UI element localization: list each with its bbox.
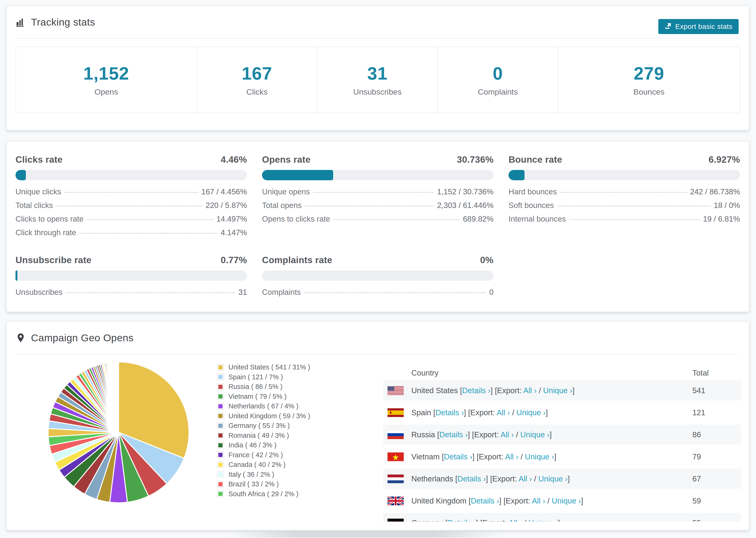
summary-label: Clicks [246, 87, 268, 96]
export-unique-link[interactable]: Unique › [520, 430, 550, 439]
country-total: 67 [692, 474, 741, 483]
rate-detail-label: Opens to clicks rate [262, 215, 330, 224]
rate-value: 0.77% [221, 255, 247, 265]
rate-detail-value: 31 [238, 288, 247, 297]
details-link[interactable]: Details › [458, 474, 486, 483]
rate-panel: Bounce rate 6.927% Hard bounces 242 / 86… [509, 154, 740, 242]
rate-detail-label: Internal bounces [509, 215, 566, 224]
details-link[interactable]: Details › [471, 497, 499, 505]
pie-slice [118, 362, 119, 432]
export-all-link[interactable]: All › [501, 430, 514, 439]
legend-label: India ( 46 / 3% ) [229, 441, 277, 449]
location-pin-icon [16, 333, 26, 343]
rate-title: Bounce rate [509, 154, 562, 165]
export-all-link[interactable]: All › [532, 497, 545, 505]
country-flag-icon [387, 497, 404, 506]
summary-cell: 279 Bounces [558, 47, 739, 113]
rate-detail-value: 242 / 86.738% [690, 187, 740, 196]
rate-detail-row: Opens to clicks rate 689.82% [262, 215, 494, 228]
rate-title: Clicks rate [16, 154, 63, 165]
rate-title: Unsubscribe rate [16, 255, 91, 265]
export-basic-stats-button[interactable]: Export basic stats [658, 19, 739, 34]
geo-divider [16, 354, 740, 354]
export-icon [665, 22, 672, 31]
progress-bar [509, 170, 740, 180]
country-total: 541 [692, 386, 741, 395]
geo-opens-pie-chart [46, 360, 191, 505]
export-unique-link[interactable]: Unique › [525, 452, 554, 461]
rate-detail-label: Clicks to opens rate [16, 215, 83, 224]
legend-swatch-icon [217, 432, 224, 439]
table-row: United States [Details ›] [Export: All ›… [383, 381, 741, 401]
rate-detail-row: Soft bounces 18 / 0% [509, 201, 740, 215]
legend-label: Russia ( 86 / 5% ) [229, 383, 283, 391]
summary-label: Bounces [633, 87, 665, 96]
export-unique-link[interactable]: Unique › [528, 518, 558, 522]
export-all-link[interactable]: All › [519, 474, 532, 483]
rates-card: Clicks rate 4.46% Unique clicks 167 / 4.… [6, 141, 749, 312]
country-total: 59 [692, 497, 741, 506]
export-all-link[interactable]: All › [497, 408, 510, 417]
summary-value: 31 [367, 63, 388, 83]
summary-stats-row: 1,152 Opens 167 Clicks 31 Unsubscribes 0… [16, 46, 740, 113]
legend-item: France ( 42 / 2% ) [217, 450, 310, 460]
export-unique-link[interactable]: Unique › [543, 386, 572, 395]
country-total: 55 [692, 518, 741, 522]
dotted-leader [305, 206, 434, 206]
legend-swatch-icon [217, 442, 224, 449]
rate-title: Opens rate [262, 154, 311, 165]
rate-value: 4.46% [221, 154, 247, 165]
export-all-link[interactable]: All › [523, 386, 537, 395]
rate-value: 30.736% [457, 154, 494, 165]
details-link[interactable]: Details › [448, 518, 476, 522]
dotted-leader [66, 293, 235, 293]
details-link[interactable]: Details › [462, 386, 490, 395]
rate-detail-row: Complaints 0 [262, 288, 494, 301]
summary-value: 167 [242, 63, 272, 83]
dotted-leader [80, 233, 217, 234]
summary-value: 279 [634, 63, 664, 83]
export-all-link[interactable]: All › [509, 518, 522, 522]
rate-value: 0% [480, 255, 494, 265]
details-link[interactable]: Details › [439, 430, 468, 439]
export-all-link[interactable]: All › [505, 452, 518, 461]
country-flag-icon [387, 518, 404, 522]
country-total: 79 [692, 452, 741, 461]
dotted-leader [333, 219, 460, 220]
geo-header: Campaign Geo Opens [7, 322, 749, 354]
legend-swatch-icon [217, 413, 224, 419]
rate-detail-value: 19 / 6.81% [703, 215, 740, 224]
legend-item: United States ( 541 / 31% ) [217, 362, 310, 372]
rate-detail-row: Internal bounces 19 / 6.81% [509, 215, 740, 228]
legend-swatch-icon [217, 403, 224, 409]
rate-detail-value: 2,303 / 61.446% [437, 201, 494, 210]
rate-detail-value: 1,152 / 30.736% [437, 187, 494, 196]
country-flag-icon [387, 386, 404, 395]
pie-legend: United States ( 541 / 31% ) Spain ( 121 … [217, 362, 310, 499]
summary-label: Opens [94, 87, 118, 96]
country-name: United States [411, 386, 458, 395]
table-row: Netherlands [Details ›] [Export: All › /… [383, 469, 741, 489]
rate-panel: Unsubscribe rate 0.77% Unsubscribes 31 [16, 255, 247, 301]
summary-cell: 1,152 Opens [16, 47, 197, 113]
geo-table-body: United States [Details ›] [Export: All ›… [383, 381, 741, 521]
below-fold-element-edge [229, 530, 501, 538]
summary-label: Unsubscribes [353, 87, 402, 96]
legend-label: Romania ( 49 / 3% ) [229, 432, 289, 439]
summary-cell: 0 Complaints [438, 47, 558, 113]
legend-item: Germany ( 55 / 3% ) [217, 421, 310, 431]
rate-detail-label: Hard bounces [509, 187, 557, 196]
export-unique-link[interactable]: Unique › [538, 474, 568, 483]
legend-label: Vietnam ( 79 / 5% ) [229, 393, 287, 401]
export-unique-link[interactable]: Unique › [516, 408, 546, 417]
rate-detail-row: Click through rate 4.147% [16, 228, 247, 242]
details-link[interactable]: Details › [436, 408, 464, 417]
summary-cell: 167 Clicks [197, 47, 317, 113]
table-row: Russia [Details ›] [Export: All › / Uniq… [383, 425, 741, 445]
export-unique-link[interactable]: Unique › [552, 497, 581, 505]
legend-item: Netherlands ( 67 / 4% ) [217, 402, 310, 411]
details-link[interactable]: Details › [444, 452, 472, 461]
rate-detail-row: Hard bounces 242 / 86.738% [509, 187, 740, 201]
legend-item: United Kingdom ( 59 / 3% ) [217, 411, 310, 421]
bar-chart-icon [16, 17, 26, 27]
